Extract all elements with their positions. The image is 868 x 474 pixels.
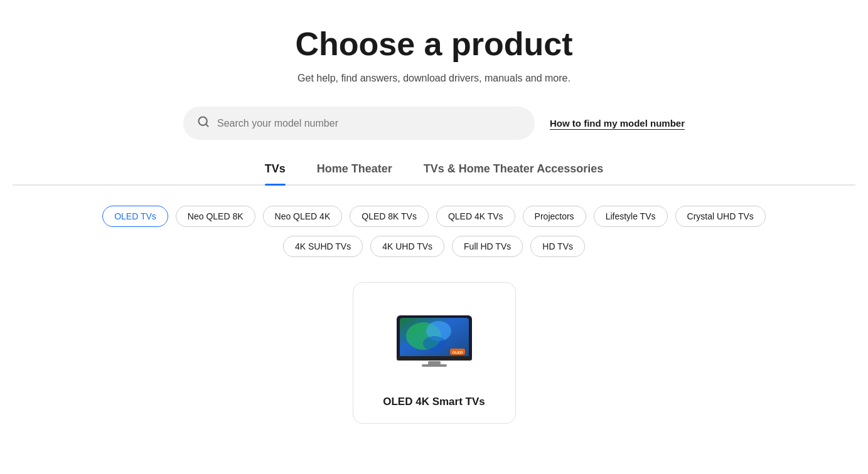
page-subtitle: Get help, find answers, download drivers… (297, 73, 571, 84)
filter-chip-oled-tvs[interactable]: OLED TVs (102, 206, 168, 227)
product-label: OLED 4K Smart TVs (383, 396, 485, 408)
filter-chip-4k-uhd-tvs[interactable]: 4K UHD TVs (370, 236, 444, 257)
svg-text:OLED: OLED (452, 350, 463, 354)
model-help-link[interactable]: How to find my model number (550, 118, 685, 129)
search-row: How to find my model number (13, 107, 855, 140)
filter-chip-qled-8k-tvs[interactable]: QLED 8K TVs (350, 206, 429, 227)
filter-chip-neo-qled-4k[interactable]: Neo QLED 4K (263, 206, 343, 227)
filters-row-1: OLED TVsNeo QLED 8KNeo QLED 4KQLED 8K TV… (102, 206, 766, 227)
search-input[interactable] (217, 118, 521, 129)
filters-row-2: 4K SUHD TVs4K UHD TVsFull HD TVsHD TVs (283, 236, 585, 257)
tv-image: OLED (394, 312, 475, 369)
svg-rect-3 (422, 364, 447, 367)
filter-chip-neo-qled-8k[interactable]: Neo QLED 8K (176, 206, 255, 227)
svg-rect-12 (397, 356, 472, 361)
page-wrapper: Choose a product Get help, find answers,… (0, 0, 868, 449)
filter-chip-qled-4k-tvs[interactable]: QLED 4K TVs (436, 206, 515, 227)
filter-chip-4k-suhd-tvs[interactable]: 4K SUHD TVs (283, 236, 363, 257)
search-icon (197, 115, 210, 131)
product-card[interactable]: OLED OLED 4K Smart TVs (353, 282, 516, 424)
filter-chip-hd-tvs[interactable]: HD TVs (530, 236, 585, 257)
filter-chip-lifestyle-tvs[interactable]: Lifestyle TVs (594, 206, 668, 227)
page-title: Choose a product (295, 25, 572, 63)
filter-chip-crystal-uhd-tvs[interactable]: Crystal UHD TVs (675, 206, 766, 227)
svg-line-1 (206, 124, 208, 127)
filter-chip-projectors[interactable]: Projectors (523, 206, 586, 227)
filter-chip-full-hd-tvs[interactable]: Full HD TVs (452, 236, 523, 257)
tab-item-home-theater[interactable]: Home Theater (317, 162, 392, 184)
svg-point-9 (423, 336, 446, 351)
tab-item-accessories[interactable]: TVs & Home Theater Accessories (424, 162, 603, 184)
tabs-row: TVsHome TheaterTVs & Home Theater Access… (13, 162, 855, 186)
tab-item-tvs[interactable]: TVs (265, 162, 286, 184)
product-image-area: OLED (384, 303, 485, 378)
search-box (183, 107, 535, 140)
